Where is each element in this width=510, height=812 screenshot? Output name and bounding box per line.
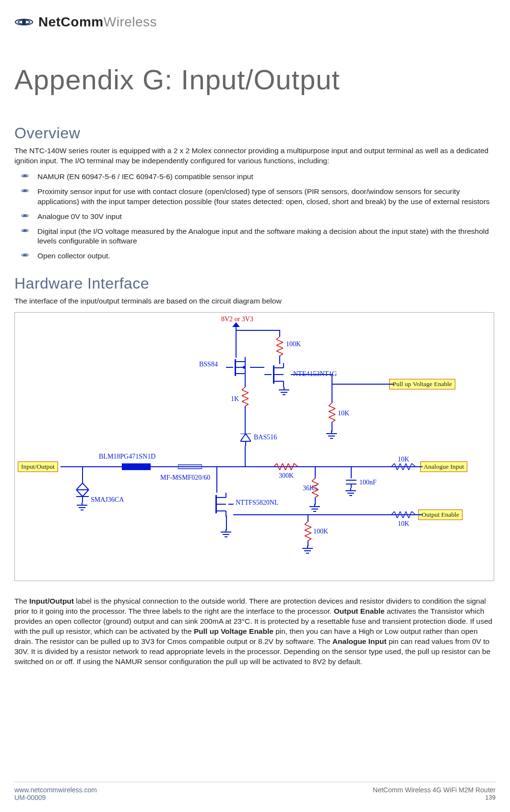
label-r10k-a: 10K xyxy=(338,410,349,417)
bullet-icon xyxy=(21,188,29,194)
pin-io: Input/Output xyxy=(18,461,58,472)
svg-marker-41 xyxy=(76,490,89,497)
svg-point-12 xyxy=(23,255,27,256)
pin-pullup: Pull up Voltage Enable xyxy=(389,379,455,389)
svg-point-8 xyxy=(23,215,27,216)
label-r36k5: 36K5 xyxy=(303,485,318,492)
svg-rect-21 xyxy=(273,365,274,384)
bullet-icon xyxy=(21,173,29,179)
label-r100k-a: 100K xyxy=(286,340,301,348)
svg-point-6 xyxy=(23,190,27,191)
label-bas516: BAS516 xyxy=(254,434,277,441)
label-r10k-c: 10K xyxy=(398,520,409,528)
list-item: Open collector output. xyxy=(37,251,496,261)
svg-point-2 xyxy=(22,20,26,24)
overview-list: NAMUR (EN 60947-5-6 / IEC 60947-5-6) com… xyxy=(14,172,496,261)
hardware-intro: The interface of the input/output termin… xyxy=(14,296,496,306)
list-item: Digital input (the I/O voltage measured … xyxy=(37,227,496,247)
svg-marker-36 xyxy=(240,434,251,441)
pin-oen: Output Enable xyxy=(418,509,463,520)
label-r300k: 300K xyxy=(279,472,294,480)
footer-page: 139 xyxy=(373,794,496,801)
svg-point-10 xyxy=(23,230,27,231)
footer-product: NetComm Wireless 4G WiFi M2M Router xyxy=(373,786,496,794)
overview-heading: Overview xyxy=(14,124,496,142)
label-mf: MF-MSMF020/60 xyxy=(160,474,210,482)
label-nttfs: NTTFS5820NL xyxy=(236,499,278,507)
pin-ain: Analogue Input xyxy=(420,461,467,472)
label-bss84: BSS84 xyxy=(199,361,218,368)
hardware-heading: Hardware Interface xyxy=(14,275,496,292)
brand-logo: NetCommWireless xyxy=(14,14,496,30)
svg-point-4 xyxy=(23,175,27,176)
netcomm-icon xyxy=(14,15,34,29)
bullet-icon xyxy=(21,252,29,258)
label-blm: BLM18PG471SN1D xyxy=(99,453,155,461)
bullet-icon xyxy=(21,213,29,218)
page-footer: www.netcommwireless.com UM-00009 NetComm… xyxy=(14,782,496,801)
bullet-icon xyxy=(21,228,29,233)
label-c100n: 100nF xyxy=(359,479,377,486)
circuit-diagram: 8V2 or 3V3 100K BSS84 NTE4153NT1G 1K xyxy=(14,312,494,581)
list-item: NAMUR (EN 60947-5-6 / IEC 60947-5-6) com… xyxy=(37,172,496,182)
label-smaj: SMAJ36CA xyxy=(91,496,124,504)
footer-url: www.netcommwireless.com xyxy=(14,786,97,794)
svg-point-20 xyxy=(243,366,246,369)
label-r100k-b: 100K xyxy=(313,528,328,535)
hardware-section: Hardware Interface The interface of the … xyxy=(14,275,496,667)
overview-intro: The NTC-140W series router is equipped w… xyxy=(14,146,496,166)
overview-section: Overview The NTC-140W series router is e… xyxy=(14,124,496,261)
svg-marker-13 xyxy=(232,322,240,327)
list-item: Proximity sensor input for use with cont… xyxy=(37,187,496,207)
label-r1k: 1K xyxy=(231,395,239,403)
list-item: Analogue 0V to 30V input xyxy=(37,212,496,222)
svg-rect-61 xyxy=(215,495,217,513)
svg-marker-39 xyxy=(76,483,89,490)
page-title: Appendix G: Input/Output xyxy=(14,63,496,96)
hardware-explain: The Input/Output label is the physical c… xyxy=(14,596,496,667)
label-r10k-b: 10K xyxy=(398,456,409,463)
svg-rect-14 xyxy=(235,359,236,376)
footer-doc: UM-00009 xyxy=(14,794,97,801)
brand-text: NetCommWireless xyxy=(38,14,157,30)
